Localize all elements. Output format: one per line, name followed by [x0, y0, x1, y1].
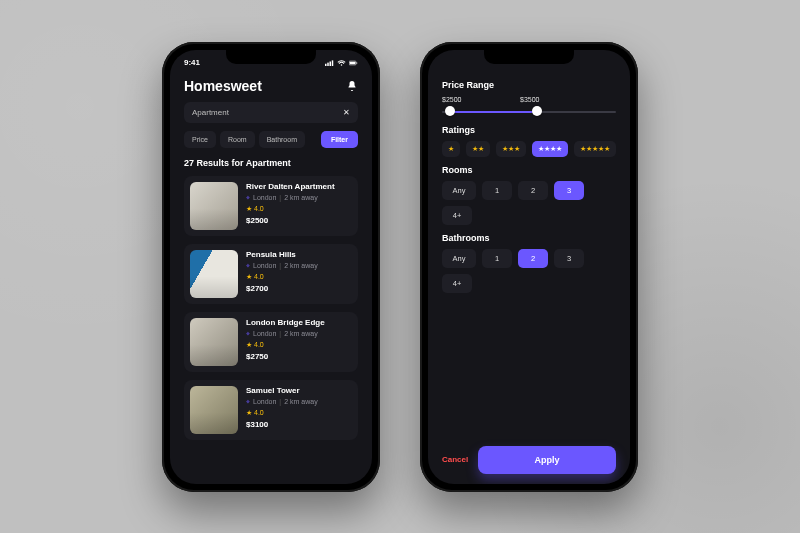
- rooms-3[interactable]: 3: [554, 181, 584, 200]
- header: Homesweet: [184, 78, 358, 94]
- svg-rect-2: [330, 61, 332, 66]
- rating-chip-5[interactable]: ★★★★★: [574, 141, 616, 157]
- chip-price[interactable]: Price: [184, 131, 216, 148]
- listing-distance: 2 km away: [284, 398, 317, 405]
- status-icons: [325, 59, 358, 67]
- search-input[interactable]: Apartment ✕: [184, 102, 358, 123]
- rating-chip-4[interactable]: ★★★★: [532, 141, 568, 157]
- pin-icon: ⌖: [246, 194, 250, 202]
- listing-meta: ⌖ London | 2 km away: [246, 330, 325, 338]
- listing-rating: ★4.0: [246, 341, 325, 349]
- listing-body: Pensula Hills ⌖ London | 2 km away ★4.0 …: [246, 250, 318, 298]
- listing-rating: ★4.0: [246, 205, 335, 213]
- bathrooms-3[interactable]: 3: [554, 249, 584, 268]
- signal-icon: [325, 59, 334, 67]
- ratings-chips: ★ ★★ ★★★ ★★★★ ★★★★★: [442, 141, 616, 157]
- listing-location: London: [253, 330, 276, 337]
- rooms-chips: Any 1 2 3 4+: [442, 181, 616, 225]
- listing-meta: ⌖ London | 2 km away: [246, 398, 318, 406]
- phone-mockup-filters: Price Range $2500 $3500 Ratings ★ ★★ ★★★…: [420, 42, 638, 492]
- content-filters: Price Range $2500 $3500 Ratings ★ ★★ ★★★…: [428, 72, 630, 484]
- chip-room[interactable]: Room: [220, 131, 255, 148]
- star-icon: ★: [246, 273, 252, 281]
- label-ratings: Ratings: [442, 125, 616, 135]
- listing-price: $2500: [246, 216, 335, 225]
- phone-notch: [484, 50, 574, 64]
- svg-rect-1: [327, 62, 329, 65]
- pin-icon: ⌖: [246, 398, 250, 406]
- listing-title: London Bridge Edge: [246, 318, 325, 327]
- rooms-1[interactable]: 1: [482, 181, 512, 200]
- rating-chip-3[interactable]: ★★★: [496, 141, 526, 157]
- phone-mockup-listings: 9:41 Homesweet Apartment ✕ Price Room Ba…: [162, 42, 380, 492]
- rating-chip-1[interactable]: ★: [442, 141, 460, 157]
- price-max: $3500: [520, 96, 539, 103]
- listing-body: Samuel Tower ⌖ London | 2 km away ★4.0 $…: [246, 386, 318, 434]
- app-title: Homesweet: [184, 78, 262, 94]
- listing-title: River Dalten Apartment: [246, 182, 335, 191]
- svg-rect-5: [350, 61, 356, 64]
- battery-icon: [349, 59, 358, 67]
- list-item[interactable]: London Bridge Edge ⌖ London | 2 km away …: [184, 312, 358, 372]
- listing-price: $3100: [246, 420, 318, 429]
- filter-button[interactable]: Filter: [321, 131, 358, 148]
- bell-icon[interactable]: [346, 80, 358, 92]
- wifi-icon: [337, 59, 346, 67]
- phone-notch: [226, 50, 316, 64]
- price-slider[interactable]: [442, 107, 616, 117]
- listing-rating: ★4.0: [246, 273, 318, 281]
- listing-distance: 2 km away: [284, 262, 317, 269]
- svg-rect-3: [332, 60, 334, 66]
- bathrooms-2[interactable]: 2: [518, 249, 548, 268]
- listing-title: Pensula Hills: [246, 250, 318, 259]
- listing-thumb: [190, 182, 238, 230]
- rating-chip-2[interactable]: ★★: [466, 141, 490, 157]
- rooms-2[interactable]: 2: [518, 181, 548, 200]
- list-item[interactable]: Samuel Tower ⌖ London | 2 km away ★4.0 $…: [184, 380, 358, 440]
- price-range-values: $2500 $3500: [442, 96, 616, 103]
- listing-thumb: [190, 318, 238, 366]
- clear-search-icon[interactable]: ✕: [343, 108, 350, 117]
- listing-title: Samuel Tower: [246, 386, 318, 395]
- listing-location: London: [253, 398, 276, 405]
- search-value: Apartment: [192, 108, 229, 117]
- label-price-range: Price Range: [442, 80, 616, 90]
- listings-list[interactable]: River Dalten Apartment ⌖ London | 2 km a…: [184, 176, 358, 440]
- rooms-any[interactable]: Any: [442, 181, 476, 200]
- rooms-4plus[interactable]: 4+: [442, 206, 472, 225]
- slider-thumb-min[interactable]: [445, 106, 455, 116]
- label-rooms: Rooms: [442, 165, 616, 175]
- chip-bathroom[interactable]: Bathroom: [259, 131, 305, 148]
- svg-rect-0: [325, 63, 327, 65]
- slider-fill: [449, 111, 536, 113]
- list-item[interactable]: River Dalten Apartment ⌖ London | 2 km a…: [184, 176, 358, 236]
- bathrooms-any[interactable]: Any: [442, 249, 476, 268]
- bathrooms-1[interactable]: 1: [482, 249, 512, 268]
- listing-meta: ⌖ London | 2 km away: [246, 194, 335, 202]
- bathrooms-chips: Any 1 2 3 4+: [442, 249, 616, 293]
- results-term: Apartment: [246, 158, 291, 168]
- listing-location: London: [253, 262, 276, 269]
- cancel-button[interactable]: Cancel: [442, 455, 468, 464]
- star-icon: ★: [246, 205, 252, 213]
- filters-footer: Cancel Apply: [442, 440, 616, 474]
- listing-thumb: [190, 250, 238, 298]
- list-item[interactable]: Pensula Hills ⌖ London | 2 km away ★4.0 …: [184, 244, 358, 304]
- listing-meta: ⌖ London | 2 km away: [246, 262, 318, 270]
- listing-body: London Bridge Edge ⌖ London | 2 km away …: [246, 318, 325, 366]
- filter-chips-row: Price Room Bathroom Filter: [184, 131, 358, 148]
- listing-distance: 2 km away: [284, 194, 317, 201]
- apply-button[interactable]: Apply: [478, 446, 616, 474]
- results-title: 27 Results for Apartment: [184, 158, 358, 168]
- status-time: 9:41: [184, 58, 200, 67]
- screen-listings: 9:41 Homesweet Apartment ✕ Price Room Ba…: [170, 50, 372, 484]
- bathrooms-4plus[interactable]: 4+: [442, 274, 472, 293]
- listing-price: $2750: [246, 352, 325, 361]
- slider-thumb-max[interactable]: [532, 106, 542, 116]
- price-min: $2500: [442, 96, 461, 103]
- star-icon: ★: [246, 341, 252, 349]
- pin-icon: ⌖: [246, 330, 250, 338]
- listing-rating: ★4.0: [246, 409, 318, 417]
- star-icon: ★: [246, 409, 252, 417]
- listing-thumb: [190, 386, 238, 434]
